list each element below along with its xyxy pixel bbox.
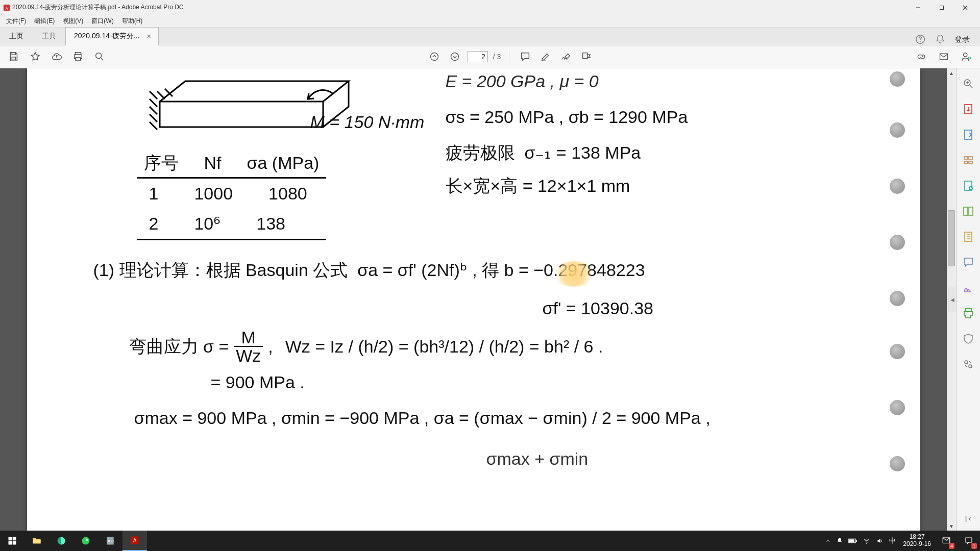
tool-organize-icon[interactable] — [962, 205, 974, 217]
svg-rect-8 — [12, 53, 15, 55]
page-content: M = 150 N·mm 序号 Nf σa (MPa) 110001080 21… — [27, 68, 920, 531]
tool-export-pdf-icon[interactable] — [962, 103, 974, 115]
menu-edit[interactable]: 编辑(E) — [30, 16, 59, 27]
svg-line-24 — [150, 114, 157, 122]
highlight-icon[interactable] — [538, 49, 553, 64]
taskbar-browser[interactable] — [49, 531, 74, 551]
window-title: 2020.09.14-疲劳分析理论计算手稿.pdf - Adobe Acroba… — [12, 3, 183, 12]
print-icon[interactable] — [70, 49, 86, 64]
page-down-icon[interactable] — [447, 49, 462, 64]
taskbar-clock[interactable]: 18:27 2020-9-16 — [899, 534, 935, 548]
menu-help[interactable]: 帮助(H) — [118, 16, 147, 27]
svg-point-62 — [867, 543, 867, 543]
tool-more-icon[interactable] — [962, 358, 974, 370]
svg-text:A: A — [133, 538, 137, 543]
tray-bell-icon[interactable] — [836, 537, 843, 544]
tool-sign-icon[interactable] — [962, 282, 974, 294]
taskbar-doc-app[interactable]: DOC — [98, 531, 122, 551]
share-user-icon[interactable] — [959, 49, 974, 64]
svg-rect-17 — [583, 53, 587, 59]
login-link[interactable]: 登录 — [954, 35, 970, 44]
tool-combine-icon[interactable] — [962, 180, 974, 192]
tool-print-icon[interactable] — [962, 307, 974, 319]
tab-home[interactable]: 主页 — [0, 28, 33, 45]
window-minimize-button[interactable] — [906, 0, 930, 15]
stamp-icon[interactable] — [579, 49, 594, 64]
svg-point-46 — [969, 365, 972, 368]
svg-line-25 — [150, 122, 157, 130]
svg-line-23 — [150, 107, 157, 114]
taskbar-notifications[interactable]: 4 — [935, 531, 958, 551]
tool-edit-pdf-icon[interactable] — [962, 154, 974, 166]
right-panel-toggle[interactable]: ◀ — [948, 287, 956, 312]
svg-line-26 — [157, 91, 165, 99]
tool-compress-icon[interactable] — [962, 231, 974, 243]
svg-rect-35 — [969, 157, 972, 159]
menu-window[interactable]: 窗口(W) — [87, 16, 117, 27]
taskbar-acrobat[interactable]: A — [122, 531, 147, 551]
tray-wifi-icon[interactable] — [863, 537, 871, 544]
svg-point-45 — [965, 361, 968, 364]
right-tools-panel — [956, 68, 980, 531]
tray-ime-label[interactable]: 中 — [889, 536, 896, 545]
document-area: ▶ — [0, 68, 980, 531]
svg-point-7 — [920, 41, 920, 42]
svg-rect-49 — [13, 537, 16, 541]
action-center-badge: 1 — [971, 543, 977, 549]
svg-rect-50 — [9, 541, 12, 545]
system-tray[interactable]: 中 — [822, 536, 899, 545]
help-icon[interactable] — [915, 34, 926, 45]
svg-rect-11 — [76, 58, 80, 61]
pdf-file-icon: A — [3, 4, 10, 11]
tool-create-pdf-icon[interactable] — [962, 129, 974, 141]
zoom-in-icon[interactable] — [962, 78, 974, 90]
save-icon[interactable] — [6, 49, 21, 64]
svg-rect-9 — [12, 57, 15, 60]
taskbar-app-green[interactable] — [74, 531, 98, 551]
window-maximize-button[interactable] — [930, 0, 953, 15]
svg-line-13 — [101, 58, 104, 61]
tray-chevron-up-icon[interactable] — [825, 538, 831, 544]
comment-icon[interactable] — [518, 49, 533, 64]
tab-document[interactable]: 2020.09.14-疲劳分... × — [65, 27, 159, 45]
scroll-up-icon[interactable]: ▲ — [947, 68, 956, 78]
tab-bar: 主页 工具 2020.09.14-疲劳分... × 登录 — [0, 28, 980, 45]
svg-rect-36 — [964, 161, 968, 164]
svg-rect-3 — [940, 6, 944, 9]
tab-tools[interactable]: 工具 — [33, 28, 65, 45]
clock-date: 2020-9-16 — [903, 541, 931, 548]
svg-rect-52 — [33, 540, 41, 544]
cloud-upload-icon[interactable] — [49, 49, 64, 64]
tool-comment-icon[interactable] — [962, 256, 974, 268]
tray-volume-icon[interactable] — [876, 537, 884, 544]
svg-rect-61 — [850, 540, 854, 542]
bell-icon[interactable] — [935, 34, 945, 44]
search-icon[interactable] — [92, 49, 107, 64]
window-close-button[interactable] — [953, 0, 977, 15]
taskbar-action-center[interactable]: 1 — [958, 531, 980, 551]
scrollbar-thumb[interactable] — [948, 210, 955, 266]
page-total-label: / 3 — [493, 53, 501, 61]
windows-taskbar: DOC A 中 18:27 2020-9-16 4 1 — [0, 531, 980, 551]
svg-rect-40 — [964, 207, 968, 215]
tab-close-icon[interactable]: × — [144, 32, 153, 40]
mail-icon[interactable] — [936, 49, 951, 64]
toolbar: / 3 — [0, 45, 980, 68]
page-up-icon[interactable] — [427, 49, 442, 64]
tool-protect-icon[interactable] — [962, 333, 974, 345]
link-icon[interactable] — [914, 49, 929, 64]
taskbar-file-explorer[interactable] — [24, 531, 49, 551]
menu-file[interactable]: 文件(F) — [2, 16, 30, 27]
svg-rect-60 — [856, 540, 857, 542]
scroll-down-icon[interactable]: ▼ — [947, 521, 956, 531]
pdf-page[interactable]: M = 150 N·mm 序号 Nf σa (MPa) 110001080 21… — [27, 68, 920, 531]
sign-icon[interactable] — [558, 49, 574, 64]
start-button[interactable] — [0, 531, 24, 551]
star-icon[interactable] — [28, 49, 43, 64]
tray-battery-icon[interactable] — [848, 538, 857, 544]
window-titlebar: A 2020.09.14-疲劳分析理论计算手稿.pdf - Adobe Acro… — [0, 0, 980, 15]
menu-view[interactable]: 视图(V) — [59, 16, 87, 27]
svg-point-15 — [451, 53, 458, 61]
panel-collapse-icon[interactable] — [964, 514, 973, 523]
page-number-input[interactable] — [468, 51, 488, 62]
